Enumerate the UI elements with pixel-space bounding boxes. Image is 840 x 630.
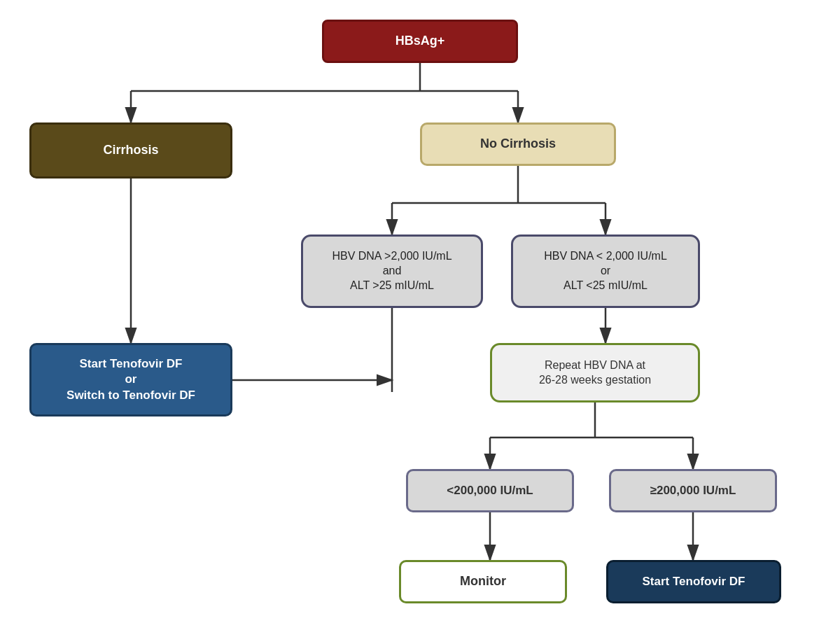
start-tdf-right-node: Start Tenofovir DF	[606, 560, 781, 603]
repeat-hbv-label: Repeat HBV DNA at 26-28 weeks gestation	[539, 358, 651, 388]
start-tdf-right-label: Start Tenofovir DF	[642, 574, 745, 589]
hbv-high-label: HBV DNA >2,000 IU/mL and ALT >25 mIU/mL	[332, 249, 451, 293]
hbsag-label: HBsAg+	[396, 33, 445, 49]
low-vl-label: <200,000 IU/mL	[447, 483, 533, 498]
monitor-node: Monitor	[399, 560, 567, 603]
high-vl-node: ≥200,000 IU/mL	[609, 469, 777, 512]
flowchart-diagram: HBsAg+ Cirrhosis No Cirrhosis HBV DNA >2…	[0, 0, 840, 630]
hbv-low-label: HBV DNA < 2,000 IU/mL or ALT <25 mIU/mL	[544, 249, 667, 293]
high-vl-label: ≥200,000 IU/mL	[650, 483, 736, 498]
no-cirrhosis-label: No Cirrhosis	[480, 136, 556, 152]
connectors-svg	[0, 0, 840, 630]
repeat-hbv-node: Repeat HBV DNA at 26-28 weeks gestation	[490, 343, 700, 402]
cirrhosis-node: Cirrhosis	[29, 122, 232, 178]
monitor-label: Monitor	[460, 573, 506, 589]
start-tdf-left-label: Start Tenofovir DF or Switch to Tenofovi…	[66, 356, 195, 402]
hbsag-node: HBsAg+	[322, 20, 518, 63]
start-tdf-left-node: Start Tenofovir DF or Switch to Tenofovi…	[29, 343, 232, 416]
cirrhosis-label: Cirrhosis	[103, 142, 158, 158]
no-cirrhosis-node: No Cirrhosis	[420, 122, 616, 166]
low-vl-node: <200,000 IU/mL	[406, 469, 574, 512]
hbv-low-node: HBV DNA < 2,000 IU/mL or ALT <25 mIU/mL	[511, 234, 700, 308]
hbv-high-node: HBV DNA >2,000 IU/mL and ALT >25 mIU/mL	[301, 234, 483, 308]
